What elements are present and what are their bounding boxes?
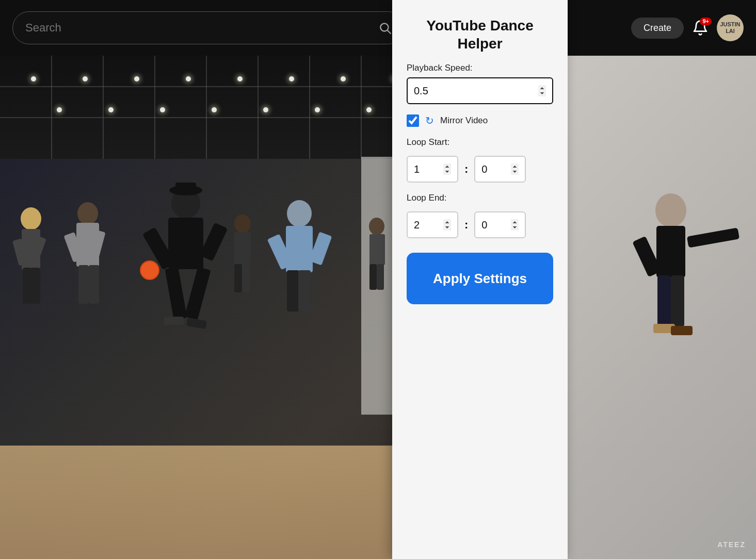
right-background: ATEEZ bbox=[568, 56, 756, 559]
panel: YouTube Dance Helper Playback Speed: ↻ M… bbox=[392, 0, 568, 559]
playback-speed-section: Playback Speed: bbox=[407, 63, 553, 104]
svg-rect-49 bbox=[234, 232, 251, 266]
right-area: ATEEZ bbox=[568, 56, 756, 559]
svg-point-52 bbox=[369, 218, 384, 235]
svg-point-59 bbox=[655, 193, 686, 227]
loop-start-minutes-input[interactable] bbox=[407, 156, 458, 183]
svg-rect-23 bbox=[87, 229, 105, 260]
refresh-icon[interactable]: ↻ bbox=[425, 114, 434, 127]
mirror-checkbox[interactable] bbox=[407, 114, 419, 127]
svg-rect-33 bbox=[185, 267, 211, 320]
svg-rect-18 bbox=[23, 268, 32, 304]
svg-rect-55 bbox=[377, 264, 384, 290]
loop-start-label: Loop Start: bbox=[407, 137, 553, 147]
svg-rect-35 bbox=[186, 318, 207, 329]
svg-rect-19 bbox=[31, 268, 40, 304]
mirror-row: ↻ Mirror Video bbox=[407, 114, 553, 127]
svg-point-57 bbox=[140, 261, 159, 280]
svg-rect-30 bbox=[142, 227, 175, 270]
svg-rect-58 bbox=[568, 56, 756, 559]
loop-start-seconds-input[interactable] bbox=[474, 156, 526, 183]
notification-badge: 9+ bbox=[700, 18, 712, 25]
loop-start-colon: : bbox=[464, 162, 468, 176]
svg-point-48 bbox=[234, 215, 251, 233]
mirror-label: Mirror Video bbox=[440, 116, 488, 126]
topbar: Create 9+ JUSTINLAI bbox=[0, 0, 756, 56]
search-input[interactable] bbox=[25, 21, 372, 35]
playback-speed-input[interactable] bbox=[407, 77, 553, 104]
svg-rect-62 bbox=[687, 227, 739, 248]
svg-rect-50 bbox=[234, 264, 242, 292]
svg-rect-22 bbox=[63, 232, 84, 262]
svg-rect-39 bbox=[309, 232, 332, 265]
watermark: ATEEZ bbox=[717, 540, 746, 549]
svg-rect-17 bbox=[28, 236, 46, 266]
svg-rect-64 bbox=[671, 275, 684, 327]
svg-point-20 bbox=[77, 202, 98, 225]
apply-settings-button[interactable]: Apply Settings bbox=[407, 253, 553, 304]
svg-rect-16 bbox=[12, 239, 28, 266]
svg-point-27 bbox=[169, 185, 202, 195]
svg-rect-32 bbox=[165, 267, 187, 320]
loop-end-label: Loop End: bbox=[407, 193, 553, 203]
svg-point-36 bbox=[287, 200, 312, 227]
notification-button[interactable]: 9+ bbox=[692, 20, 709, 36]
svg-point-56 bbox=[140, 261, 159, 280]
svg-rect-51 bbox=[242, 264, 250, 292]
svg-rect-37 bbox=[286, 226, 313, 272]
svg-rect-25 bbox=[89, 265, 99, 304]
svg-rect-29 bbox=[168, 218, 203, 269]
loop-end-inputs: : bbox=[407, 211, 553, 238]
search-button[interactable] bbox=[378, 21, 392, 35]
svg-rect-38 bbox=[267, 234, 294, 270]
playback-speed-label: Playback Speed: bbox=[407, 63, 553, 73]
svg-rect-15 bbox=[22, 229, 40, 270]
svg-point-26 bbox=[171, 188, 200, 219]
svg-rect-31 bbox=[200, 222, 228, 261]
svg-rect-60 bbox=[656, 226, 685, 277]
avatar[interactable]: JUSTINLAI bbox=[717, 14, 744, 41]
svg-rect-61 bbox=[632, 236, 662, 277]
svg-rect-41 bbox=[298, 270, 311, 311]
svg-rect-34 bbox=[164, 317, 184, 325]
svg-rect-21 bbox=[76, 223, 99, 267]
loop-start-section: Loop Start: : bbox=[407, 137, 553, 183]
loop-end-colon: : bbox=[464, 218, 468, 232]
loop-end-minutes-input[interactable] bbox=[407, 211, 458, 238]
topbar-right: Create 9+ JUSTINLAI bbox=[631, 14, 744, 41]
svg-point-14 bbox=[21, 207, 41, 230]
search-container bbox=[12, 11, 405, 44]
svg-rect-40 bbox=[287, 270, 299, 311]
create-button[interactable]: Create bbox=[631, 18, 684, 39]
svg-rect-53 bbox=[369, 234, 385, 265]
svg-rect-63 bbox=[657, 275, 671, 327]
svg-rect-28 bbox=[175, 183, 196, 195]
panel-title: YouTube Dance Helper bbox=[407, 17, 553, 53]
svg-rect-54 bbox=[369, 264, 377, 290]
svg-line-1 bbox=[388, 30, 391, 34]
loop-end-seconds-input[interactable] bbox=[474, 211, 526, 238]
svg-rect-66 bbox=[671, 326, 693, 335]
loop-end-section: Loop End: : bbox=[407, 193, 553, 238]
svg-rect-65 bbox=[653, 324, 675, 333]
svg-rect-24 bbox=[78, 265, 89, 304]
loop-start-inputs: : bbox=[407, 156, 553, 183]
